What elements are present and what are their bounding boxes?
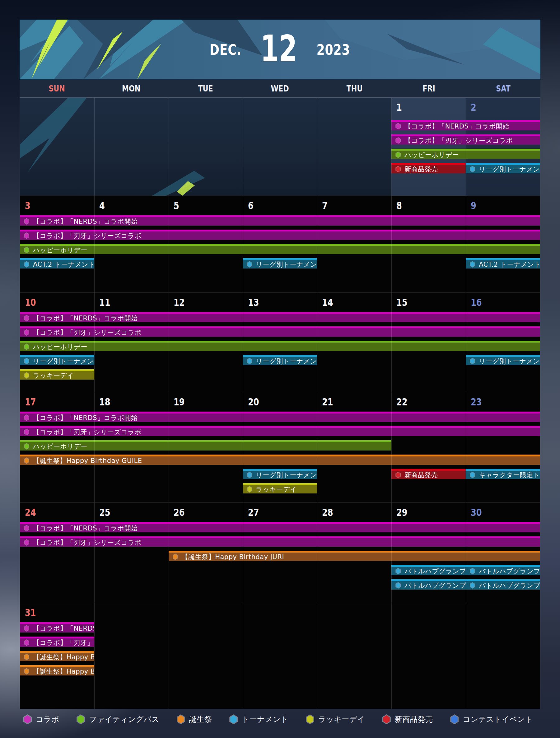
column-divider bbox=[243, 196, 243, 293]
column-divider bbox=[243, 503, 243, 603]
event-label: リーグ別トーナメント bbox=[479, 165, 540, 173]
legend-label: トーナメント bbox=[242, 714, 289, 724]
event-label: ACT.2 トーナメント bbox=[33, 260, 94, 269]
collab-hexagon-icon bbox=[24, 315, 29, 321]
day-number: 17 bbox=[25, 396, 36, 408]
new-product-hexagon-icon bbox=[382, 714, 391, 724]
event-label: 【コラボ】「刃牙」シリーズコラボ bbox=[33, 328, 141, 337]
legend-item-new-product: 新商品発売 bbox=[382, 714, 433, 724]
event-label: 【コラボ】「刃牙」シリーズコラボ bbox=[405, 136, 513, 145]
event-label: ハッピーホリデー bbox=[405, 150, 459, 159]
contest-hexagon-icon bbox=[450, 714, 459, 724]
column-divider bbox=[466, 98, 466, 196]
tournament-hexagon-icon bbox=[396, 582, 401, 589]
day-number: 27 bbox=[248, 506, 259, 518]
lucky-hexagon-icon bbox=[247, 486, 252, 492]
event-label: バトルハブグランプリ決勝トーナメント bbox=[405, 581, 466, 590]
legend-label: ファイティングパス bbox=[89, 714, 159, 724]
column-divider bbox=[466, 293, 466, 392]
legend-label: 新商品発売 bbox=[395, 714, 433, 724]
lucky-hexagon-icon bbox=[24, 372, 29, 379]
week-row-6: 31【コラボ】「NERDS」コラボ開始【コラボ】「刃牙」シリーズコラボ【誕生祭】… bbox=[20, 603, 540, 709]
event-bar-release: 新商品発売 bbox=[391, 469, 466, 479]
event-label: ラッキーデイ bbox=[33, 371, 74, 380]
event-bar-pass: ハッピーホリデー bbox=[20, 440, 391, 450]
event-label: リーグ別トーナメント bbox=[256, 260, 317, 269]
tournament-hexagon-icon bbox=[247, 358, 252, 364]
event-label: ラッキーデイ bbox=[256, 485, 297, 494]
legend-item-collab: コラボ bbox=[23, 714, 59, 724]
event-bar-lucky: ラッキーデイ bbox=[243, 483, 317, 493]
collab-hexagon-icon bbox=[24, 539, 29, 546]
pass-hexagon-icon bbox=[24, 344, 29, 350]
event-label: 【コラボ】「NERDS」コラボ開始 bbox=[33, 524, 138, 533]
event-bar-pass: ハッピーホリデー bbox=[20, 341, 540, 351]
birthday-hexagon-icon bbox=[24, 457, 29, 464]
column-divider bbox=[94, 603, 95, 709]
event-bar-collab: 【コラボ】「刃牙」シリーズコラボ bbox=[20, 326, 540, 337]
collab-hexagon-icon bbox=[24, 218, 29, 225]
legend-item-lucky-day: ラッキーデイ bbox=[306, 714, 365, 724]
day-number: 13 bbox=[248, 297, 259, 308]
event-bar-tournament: バトルハブグランプリ決勝トーナメント bbox=[391, 579, 466, 590]
column-divider bbox=[391, 293, 392, 392]
day-number: 3 bbox=[25, 200, 30, 212]
event-label: 【コラボ】「NERDS」コラボ開始 bbox=[33, 413, 138, 422]
week-row-4: 17181920212223【コラボ】「NERDS」コラボ開始【コラボ】「刃牙」… bbox=[20, 392, 540, 502]
tournament-hexagon-icon bbox=[470, 358, 475, 364]
tournament-hexagon-icon bbox=[470, 166, 475, 172]
year: 2023 bbox=[317, 41, 350, 58]
column-divider bbox=[243, 98, 243, 196]
lucky-day-hexagon-icon bbox=[306, 714, 314, 724]
day-number: 11 bbox=[99, 297, 110, 308]
column-divider bbox=[94, 293, 95, 392]
day-number: 25 bbox=[99, 506, 110, 518]
tournament-hexagon-icon bbox=[247, 472, 252, 478]
day-number: 9 bbox=[471, 200, 476, 212]
event-bar-collab: 【コラボ】「NERDS」コラボ開始 bbox=[20, 215, 540, 226]
event-label: リーグ別トーナメント bbox=[33, 357, 94, 366]
event-bar-birthday: 【誕生祭】Happy Birthday JURI bbox=[20, 651, 94, 661]
tournament-hexagon-icon bbox=[229, 714, 238, 724]
collab-hexagon-icon bbox=[396, 137, 401, 144]
event-label: 【コラボ】「刃牙」シリーズコラボ bbox=[33, 428, 141, 436]
event-bar-tournament: ACT.2 トーナメント bbox=[466, 258, 540, 269]
column-divider bbox=[94, 392, 95, 502]
tournament-hexagon-icon bbox=[470, 261, 475, 268]
collab-hexagon-icon bbox=[396, 123, 401, 129]
legend-label: コラボ bbox=[36, 714, 59, 724]
page-background: DEC. 12 2023 SUN MON TUE WED THU FRI SAT… bbox=[0, 0, 560, 738]
day-number: 12 bbox=[173, 297, 185, 308]
day-number: 28 bbox=[322, 506, 333, 518]
day-number: 29 bbox=[396, 506, 408, 518]
event-label: バトルハブグランプリ決勝トーナメント bbox=[479, 581, 540, 590]
event-bar-tournament: バトルハブグランプリ決勝トーナメント bbox=[466, 579, 540, 590]
event-bar-collab: 【コラボ】「NERDS」コラボ開始 bbox=[20, 522, 540, 532]
column-divider bbox=[466, 503, 466, 603]
week-row-3: 10111213141516【コラボ】「NERDS」コラボ開始【コラボ】「刃牙」… bbox=[20, 293, 540, 392]
column-divider bbox=[243, 392, 243, 502]
calendar-panel: DEC. 12 2023 SUN MON TUE WED THU FRI SAT… bbox=[20, 20, 540, 709]
event-bar-collab: 【コラボ】「NERDS」コラボ開始 bbox=[20, 412, 540, 422]
release-hexagon-icon bbox=[396, 166, 401, 172]
day-number: 2 bbox=[471, 101, 476, 113]
legend-label: 誕生祭 bbox=[189, 714, 212, 724]
event-bar-tournament: リーグ別トーナメント bbox=[466, 163, 540, 173]
release-hexagon-icon bbox=[396, 472, 401, 478]
birthday-hexagon-icon bbox=[24, 668, 29, 675]
pass-hexagon-icon bbox=[24, 247, 29, 253]
column-divider bbox=[391, 503, 392, 603]
pass-hexagon-icon bbox=[396, 151, 401, 158]
day-number: 1 bbox=[396, 101, 402, 113]
column-divider bbox=[243, 603, 243, 709]
event-label: 【誕生祭】Happy Birthday JURI bbox=[33, 653, 94, 662]
event-label: 【誕生祭】Happy Birthday GUILE bbox=[33, 456, 142, 465]
column-divider bbox=[391, 98, 392, 196]
month-number: 12 bbox=[260, 30, 297, 67]
tournament-hexagon-icon bbox=[24, 261, 29, 268]
event-bar-collab: 【コラボ】「NERDS」コラボ開始 bbox=[20, 312, 540, 322]
event-bar-birthday: 【誕生祭】Happy Birthday JURI bbox=[169, 551, 540, 561]
event-bar-tournament: バトルハブグランプリ決勝トーナメント bbox=[391, 565, 466, 575]
tournament-hexagon-icon bbox=[396, 568, 401, 574]
legend-item-birthday: 誕生祭 bbox=[177, 714, 212, 724]
